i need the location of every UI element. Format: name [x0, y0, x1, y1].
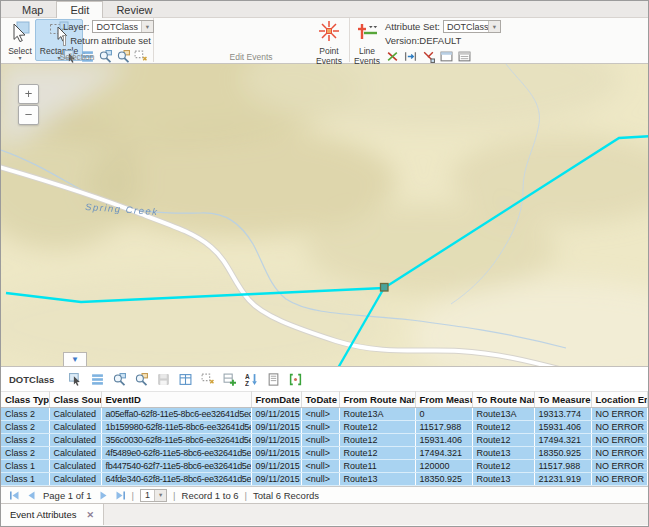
- event-window-icon[interactable]: [439, 49, 454, 64]
- table-cell: Class 2: [1, 421, 49, 434]
- tab-review[interactable]: Review: [103, 2, 165, 17]
- layer-combobox[interactable]: DOTClass ▾: [92, 20, 154, 33]
- table-cell: <null>: [301, 460, 339, 473]
- table-cell: Class 2: [1, 447, 49, 460]
- sort-icon[interactable]: AZ: [244, 372, 259, 387]
- split-event-icon[interactable]: [385, 49, 400, 64]
- edit-events-tools: [385, 49, 499, 64]
- column-header-to-route-name[interactable]: To Route Name: [472, 392, 534, 408]
- map-view[interactable]: Spring Creek + − ▼: [1, 64, 648, 366]
- table-cell: 64fde340-62f8-11e5-8bc6-ee32641d5ec9: [101, 473, 251, 486]
- table-cell: 15931.406: [534, 421, 591, 434]
- grid-toolbar-icons: AZ: [68, 372, 310, 387]
- tab-map[interactable]: Map: [9, 2, 56, 17]
- group-edit-events: Point Events Line Events Attribute Set: …: [153, 18, 350, 62]
- table-cell: 17494.321: [534, 434, 591, 447]
- clear-selection-icon[interactable]: [200, 372, 215, 387]
- return-attribute-set-checkbox[interactable]: [63, 35, 66, 46]
- table-cell: Route12: [339, 421, 415, 434]
- table-cell: NO ERROR: [591, 408, 648, 421]
- map-zoom-control: + −: [18, 84, 39, 125]
- event-form-icon[interactable]: [457, 49, 472, 64]
- table-row[interactable]: Class 2Calculateda05effa0-62f8-11e5-8bc6…: [1, 408, 648, 421]
- line-events-button[interactable]: Line Events: [349, 19, 385, 61]
- line-events-label: Line: [350, 47, 384, 56]
- table-cell: Calculated: [49, 473, 101, 486]
- table-cell: Route13A: [339, 408, 415, 421]
- chevron-down-icon[interactable]: ▾: [154, 490, 166, 501]
- last-page-button[interactable]: [115, 490, 126, 501]
- switch-grid-icon[interactable]: [178, 372, 193, 387]
- split-range-icon[interactable]: [288, 372, 303, 387]
- table-cell: fb447540-62f7-11e5-8bc6-ee32641d5ec9: [101, 460, 251, 473]
- attribute-set-combobox[interactable]: DOTClass ▾: [443, 20, 501, 33]
- page-number-combobox[interactable]: 1 ▾: [140, 489, 167, 502]
- table-cell: 09/11/2015: [251, 421, 301, 434]
- table-cell: 18350.925: [415, 473, 472, 486]
- column-header-class-type[interactable]: Class Type: [1, 392, 49, 408]
- ribbon: Map Edit Review Select ▾ Rectangle ▾: [1, 1, 648, 64]
- trim-event-icon[interactable]: [403, 49, 418, 64]
- first-page-button[interactable]: [9, 490, 20, 501]
- chevron-down-icon[interactable]: ▾: [141, 21, 153, 32]
- column-header-to-measure[interactable]: To Measure: [534, 392, 591, 408]
- add-selection-icon[interactable]: [222, 372, 237, 387]
- table-cell: NO ERROR: [591, 473, 648, 486]
- column-header-location-error[interactable]: Location Error: [591, 392, 648, 408]
- attribute-set-label: Attribute Set:: [385, 21, 440, 32]
- tab-event-attributes[interactable]: Event Attributes ✕: [1, 504, 104, 525]
- record-range-status: Record 1 to 6: [182, 490, 239, 501]
- table-row[interactable]: Class 2Calculated1b159980-62f8-11e5-8bc6…: [1, 421, 648, 434]
- close-icon[interactable]: ✕: [87, 510, 95, 520]
- zoom-in-button[interactable]: +: [18, 84, 39, 104]
- chevron-down-icon[interactable]: ▾: [488, 21, 500, 32]
- table-cell: a05effa0-62f8-11e5-8bc6-ee32641d5ec9: [101, 408, 251, 421]
- table-cell: <null>: [301, 434, 339, 447]
- pan-to-selection-icon[interactable]: [134, 372, 149, 387]
- table-row[interactable]: Class 2Calculated356c0030-62f8-11e5-8bc6…: [1, 434, 648, 447]
- select-attributes-icon[interactable]: [68, 372, 83, 387]
- zoom-to-selection-icon[interactable]: [112, 372, 127, 387]
- column-header-fromdate[interactable]: FromDate: [251, 392, 301, 408]
- route-junction-marker[interactable]: [381, 284, 389, 292]
- table-cell: 09/11/2015: [251, 460, 301, 473]
- form-icon[interactable]: [266, 372, 281, 387]
- edit-events-group-label: Edit Events: [153, 52, 349, 62]
- previous-page-button[interactable]: [26, 490, 37, 501]
- snap-event-icon[interactable]: [421, 49, 436, 64]
- table-cell: 19313.774: [534, 408, 591, 421]
- table-cell: Route11: [339, 460, 415, 473]
- cursor-select-icon: [9, 28, 31, 45]
- save-icon[interactable]: [156, 372, 171, 387]
- selection-group-label: Selection: [1, 52, 153, 62]
- zoom-out-button[interactable]: −: [18, 105, 39, 125]
- table-cell: 11517.988: [534, 460, 591, 473]
- svg-text:Z: Z: [245, 380, 249, 386]
- grid-toolbar: DOTClass AZ: [1, 366, 648, 391]
- layer-label: Layer:: [63, 21, 89, 32]
- table-cell: Route12: [339, 434, 415, 447]
- table-cell: Calculated: [49, 447, 101, 460]
- grid-title: DOTClass: [9, 374, 54, 385]
- panel-collapse-button[interactable]: ▼: [63, 352, 87, 366]
- ribbon-tabstrip: Map Edit Review: [1, 1, 648, 18]
- table-cell: Route12: [472, 434, 534, 447]
- column-header-from-route-name[interactable]: From Route Name: [339, 392, 415, 408]
- selected-rows-icon[interactable]: [90, 372, 105, 387]
- column-header-eventid[interactable]: EventID: [101, 392, 251, 408]
- table-cell: <null>: [301, 421, 339, 434]
- table-row[interactable]: Class 2Calculated4f5489e0-62f8-11e5-8bc6…: [1, 447, 648, 460]
- table-cell: 09/11/2015: [251, 434, 301, 447]
- table-cell: Class 1: [1, 473, 49, 486]
- column-header-todate[interactable]: ToDate: [301, 392, 339, 408]
- table-cell: Calculated: [49, 434, 101, 447]
- table-cell: <null>: [301, 447, 339, 460]
- tab-edit[interactable]: Edit: [56, 1, 103, 18]
- column-header-class-source[interactable]: Class Source: [49, 392, 101, 408]
- column-header-from-measure[interactable]: From Measure: [415, 392, 472, 408]
- table-row[interactable]: Class 1Calculatedfb447540-62f7-11e5-8bc6…: [1, 460, 648, 473]
- table-cell: Route13: [339, 473, 415, 486]
- next-page-button[interactable]: [98, 490, 109, 501]
- table-cell: Route13A: [472, 408, 534, 421]
- table-row[interactable]: Class 1Calculated64fde340-62f8-11e5-8bc6…: [1, 473, 648, 486]
